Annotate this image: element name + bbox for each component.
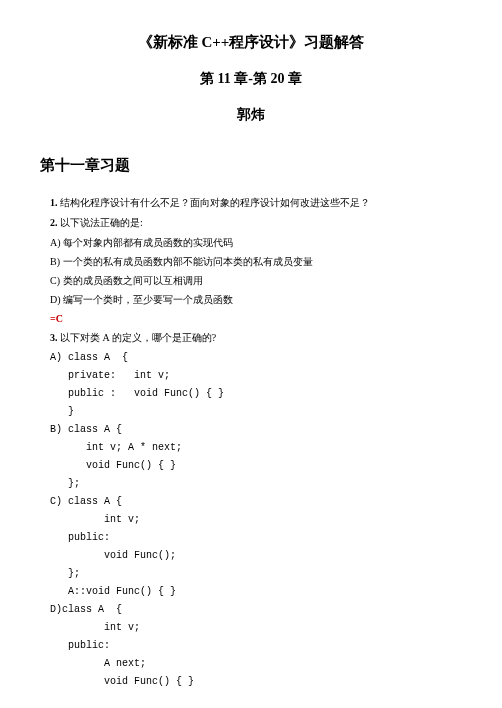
- q3a-l1: private: int v;: [50, 368, 452, 384]
- q3d-head: D)class A {: [50, 602, 452, 618]
- q1-text: 结构化程序设计有什么不足？面向对象的程序设计如何改进这些不足？: [58, 197, 371, 208]
- q2-number: 2.: [50, 217, 58, 228]
- section-heading: 第十一章习题: [40, 153, 452, 177]
- q3-number: 3.: [50, 332, 58, 343]
- q3-text: 以下对类 A 的定义，哪个是正确的?: [58, 332, 217, 343]
- question-3: 3. 以下对类 A 的定义，哪个是正确的?: [50, 330, 452, 346]
- question-1: 1. 结构化程序设计有什么不足？面向对象的程序设计如何改进这些不足？: [50, 195, 452, 211]
- q3d-l2: public:: [50, 638, 452, 654]
- q3a-l2: public : void Func() { }: [50, 386, 452, 402]
- q2-option-c: C) 类的成员函数之间可以互相调用: [50, 273, 452, 289]
- q3d-l4: void Func() { }: [50, 674, 452, 690]
- answer-mark: =C: [50, 311, 452, 327]
- q3d-l3: A next;: [50, 656, 452, 672]
- q3b-l2: void Func() { }: [50, 458, 452, 474]
- q3b-head: B) class A {: [50, 422, 452, 438]
- q3b-l3: };: [50, 476, 452, 492]
- title-sub: 第 11 章-第 20 章: [50, 68, 452, 90]
- title-main: 《新标准 C++程序设计》习题解答: [50, 30, 452, 54]
- q3c-head: C) class A {: [50, 494, 452, 510]
- question-2: 2. 以下说法正确的是:: [50, 215, 452, 231]
- q3c-l1: int v;: [50, 512, 452, 528]
- q3a-l3: }: [50, 404, 452, 420]
- q3c-l2: public:: [50, 530, 452, 546]
- q3d-l1: int v;: [50, 620, 452, 636]
- q3a-head: A) class A {: [50, 350, 452, 366]
- q2-option-b: B) 一个类的私有成员函数内部不能访问本类的私有成员变量: [50, 254, 452, 270]
- q2-text: 以下说法正确的是:: [58, 217, 143, 228]
- q2-option-a: A) 每个对象内部都有成员函数的实现代码: [50, 235, 452, 251]
- q1-number: 1.: [50, 197, 58, 208]
- title-author: 郭炜: [50, 104, 452, 126]
- q3c-l5: A::void Func() { }: [50, 584, 452, 600]
- q3b-l1: int v; A * next;: [50, 440, 452, 456]
- q3c-l3: void Func();: [50, 548, 452, 564]
- q3c-l4: };: [50, 566, 452, 582]
- q2-option-d: D) 编写一个类时，至少要写一个成员函数: [50, 292, 452, 308]
